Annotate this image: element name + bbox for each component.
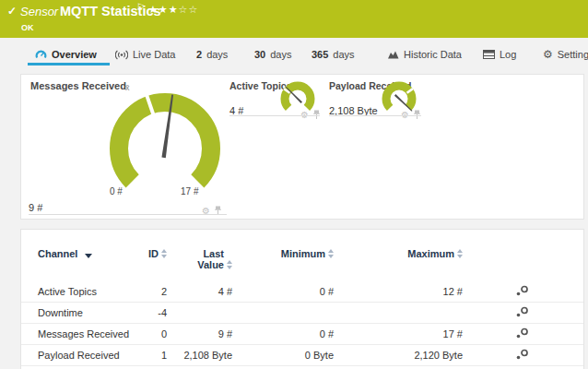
channel-settings-icon[interactable] <box>515 288 530 299</box>
column-header-id[interactable]: ID <box>148 248 167 259</box>
primary-gauge-max-label: 17 # <box>181 186 198 196</box>
primary-tile-divider <box>29 214 227 215</box>
column-header-minimum[interactable]: Minimum <box>281 248 334 259</box>
priority-stars[interactable]: ★★★☆☆ <box>148 4 198 16</box>
table-row[interactable]: Active Topics 2 4 # 0 # 12 # <box>21 281 583 303</box>
prtg-sensor-page: ✓ Sensor MQTT Statistics ⚐ ★★★☆☆ OK Over… <box>0 0 588 369</box>
sensor-header: ✓ Sensor MQTT Statistics ⚐ ★★★☆☆ OK <box>0 0 588 38</box>
small-tile-1-divider <box>229 115 320 116</box>
primary-gauge-value: 9 # <box>29 202 42 213</box>
active-tab-underline <box>28 63 110 65</box>
table-header-row: Channel ID Last Value Minimum Maximum <box>21 248 583 281</box>
tab-365-days[interactable]: 365days <box>312 46 355 63</box>
channel-settings-icon[interactable] <box>515 309 530 320</box>
sort-icon <box>227 260 232 269</box>
status-check-icon: ✓ <box>7 5 17 18</box>
tab-settings[interactable]: ⚙ Settings <box>543 46 588 63</box>
log-icon <box>483 50 495 59</box>
flag-icon[interactable]: ⚐ <box>136 2 145 12</box>
channel-settings-icon[interactable] <box>515 351 530 363</box>
sort-desc-icon <box>85 254 92 258</box>
tab-log[interactable]: Log <box>483 46 516 63</box>
object-type-label: Sensor <box>20 5 58 18</box>
live-data-icon <box>115 50 128 60</box>
tab-overview[interactable]: Overview <box>35 46 97 63</box>
primary-gauge-min-label: 0 # <box>110 186 123 196</box>
sort-icon <box>457 249 463 258</box>
column-header-maximum[interactable]: Maximum <box>407 248 463 259</box>
tab-live-data[interactable]: Live Data <box>115 46 175 63</box>
status-badge: OK <box>21 23 34 32</box>
primary-tile-actions: ⚙ <box>202 203 222 220</box>
column-header-channel[interactable]: Channel <box>38 248 92 259</box>
channel-settings-icon[interactable] <box>515 330 530 341</box>
column-header-last-value[interactable]: Last Value <box>187 248 232 270</box>
gear-icon: ⚙ <box>543 49 553 60</box>
gauges-panel: Messages Received x̄ 0 # 17 # 9 # ⚙ Acti… <box>20 74 584 220</box>
small-tile-2-divider <box>329 115 421 116</box>
table-row[interactable]: Payload Received 1 2,108 Byte 0 Byte 2,1… <box>21 345 583 366</box>
gauge-icon <box>35 49 47 60</box>
table-row[interactable]: Messages Received 0 9 # 0 # 17 # <box>21 324 583 345</box>
historic-chart-icon <box>388 50 399 59</box>
sensor-title: MQTT Statistics <box>60 4 161 18</box>
table-row[interactable]: Downtime -4 <box>21 303 583 324</box>
pin-icon[interactable] <box>214 203 222 220</box>
tab-2-days[interactable]: 2days <box>196 46 228 63</box>
channel-table: Channel ID Last Value Minimum Maximum Ac… <box>21 248 583 366</box>
tab-historic-data[interactable]: Historic Data <box>388 46 462 63</box>
tab-30-days[interactable]: 30days <box>254 46 292 63</box>
channel-table-panel: Channel ID Last Value Minimum Maximum Ac… <box>20 229 584 369</box>
